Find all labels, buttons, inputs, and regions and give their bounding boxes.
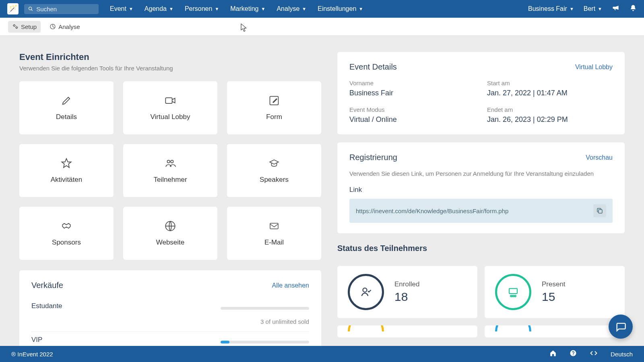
status-present[interactable]: Present 15 xyxy=(485,266,625,318)
value-start: Jan. 27, 2022 | 01:47 AM xyxy=(487,89,613,97)
chevron-down-icon: ▼ xyxy=(359,6,363,11)
chevron-down-icon: ▼ xyxy=(598,6,602,11)
user-menu[interactable]: Bert▼ xyxy=(584,5,602,12)
language-switcher[interactable]: Deutsch xyxy=(611,351,633,358)
subtab-setup[interactable]: Setup xyxy=(8,21,41,33)
nav-agenda[interactable]: Agenda▼ xyxy=(144,5,173,12)
ring-icon xyxy=(348,274,384,310)
sales-card: Verkäufe Alle ansehen Estudante 3 of unl… xyxy=(19,270,321,346)
nav-event[interactable]: Event▼ xyxy=(110,5,133,12)
status-enrolled[interactable]: Enrolled 18 xyxy=(337,266,477,318)
svg-rect-4 xyxy=(165,98,172,103)
company-switcher[interactable]: Business Fair▼ xyxy=(528,5,574,12)
label-modus: Event Modus xyxy=(349,106,475,113)
setup-title: Event Einrichten xyxy=(19,52,321,62)
value-modus: Virtual / Online xyxy=(349,115,475,124)
svg-rect-10 xyxy=(599,210,602,213)
sale-item-name: Estudante xyxy=(31,302,62,310)
setup-subtitle: Verwenden Sie die folgenden Tools für Ih… xyxy=(19,65,321,72)
sale-item-name: VIP xyxy=(31,336,42,344)
svg-point-0 xyxy=(29,7,32,10)
registration-url: https://inevent.com/de/Knowledge/Busines… xyxy=(356,208,508,214)
label-end: Endet am xyxy=(487,106,613,113)
status-label: Enrolled xyxy=(394,280,419,288)
copy-button[interactable] xyxy=(593,204,606,217)
svg-point-6 xyxy=(167,160,170,163)
logo[interactable]: 🪄 xyxy=(7,3,19,14)
chevron-down-icon: ▼ xyxy=(570,6,574,11)
tool-virtual-lobby[interactable]: Virtual Lobby xyxy=(123,81,217,134)
nav-marketing[interactable]: Marketing▼ xyxy=(230,5,265,12)
event-details-title: Event Details xyxy=(349,62,397,72)
tool-attendees[interactable]: Teilnehmer xyxy=(123,144,217,197)
virtual-lobby-link[interactable]: Virtual Lobby xyxy=(575,64,613,71)
status-invited[interactable] xyxy=(485,325,625,337)
sub-tabs: Setup Analyse xyxy=(0,18,644,36)
search-icon xyxy=(28,6,33,12)
chevron-down-icon: ▼ xyxy=(302,6,306,11)
registration-link-field[interactable]: https://inevent.com/de/Knowledge/Busines… xyxy=(349,199,613,223)
value-vorname: Business Fair xyxy=(349,89,475,97)
sales-view-all[interactable]: Alle ansehen xyxy=(272,282,309,289)
registration-card: Registrierung Vorschau Verwenden Sie die… xyxy=(337,142,625,233)
footer: ® InEvent 2022 Deutsch xyxy=(0,346,644,362)
subtab-analyse[interactable]: Analyse xyxy=(45,21,84,33)
camera-icon xyxy=(164,95,176,107)
nav-personen[interactable]: Personen▼ xyxy=(185,5,219,12)
link-label: Link xyxy=(349,186,613,194)
tool-website[interactable]: Webseite xyxy=(123,207,217,260)
label-start: Start am xyxy=(487,80,613,86)
main-nav: Event▼ Agenda▼ Personen▼ Marketing▼ Anal… xyxy=(110,5,363,12)
status-waitlist[interactable] xyxy=(337,325,477,337)
content-area: Event Einrichten Verwenden Sie die folge… xyxy=(0,36,644,346)
chevron-down-icon: ▼ xyxy=(261,6,266,11)
preview-link[interactable]: Vorschau xyxy=(586,154,613,161)
tool-sponsors[interactable]: Sponsors xyxy=(19,207,114,260)
svg-point-14 xyxy=(512,295,514,297)
bell-icon[interactable] xyxy=(630,4,637,14)
value-end: Jan. 26, 2023 | 02:29 PM xyxy=(487,115,613,124)
chevron-down-icon: ▼ xyxy=(215,6,219,11)
chat-fab[interactable] xyxy=(609,315,633,339)
svg-point-15 xyxy=(514,295,516,297)
pencil-icon xyxy=(60,95,72,107)
home-icon[interactable] xyxy=(549,350,557,359)
sale-item-stat: 3 of unlimited sold xyxy=(31,318,309,325)
copy-icon xyxy=(596,207,603,214)
sale-item: VIP 5 of 50 sold xyxy=(31,332,309,346)
progress-bar xyxy=(221,307,309,310)
nav-einstellungen[interactable]: Einstellungen▼ xyxy=(318,5,363,12)
tool-speakers[interactable]: Speakers xyxy=(227,144,321,197)
chat-icon xyxy=(615,321,626,332)
svg-point-1 xyxy=(13,25,15,26)
chevron-down-icon: ▼ xyxy=(169,6,173,11)
ring-icon xyxy=(340,325,391,337)
megaphone-icon[interactable] xyxy=(612,4,620,14)
gears-icon xyxy=(12,23,19,30)
status-value: 18 xyxy=(394,290,419,304)
ring-icon xyxy=(495,274,531,310)
handshake-icon xyxy=(60,220,72,232)
search-wrap[interactable] xyxy=(24,4,99,14)
tools-grid: Details Virtual Lobby Form Aktivitäten T… xyxy=(19,81,321,260)
nav-analyse[interactable]: Analyse▼ xyxy=(277,5,306,12)
help-icon[interactable] xyxy=(570,350,577,359)
tool-email[interactable]: E-Mail xyxy=(227,207,321,260)
svg-point-11 xyxy=(363,288,367,292)
svg-point-13 xyxy=(510,295,512,297)
svg-point-7 xyxy=(171,160,173,163)
status-value: 15 xyxy=(542,290,566,304)
search-input[interactable] xyxy=(36,6,95,12)
code-icon[interactable] xyxy=(590,350,598,359)
mail-icon xyxy=(268,220,280,232)
svg-rect-12 xyxy=(509,288,517,294)
tool-activities[interactable]: Aktivitäten xyxy=(19,144,114,197)
progress-bar xyxy=(221,341,309,343)
chevron-down-icon: ▼ xyxy=(129,6,133,11)
label-vorname: Vorname xyxy=(349,80,475,86)
registration-subtitle: Verwenden Sie diesen Link, um Personen z… xyxy=(349,170,613,177)
tool-details[interactable]: Details xyxy=(19,81,114,134)
tool-form[interactable]: Form xyxy=(227,81,321,134)
people-icon xyxy=(164,157,176,169)
graduation-cap-icon xyxy=(268,157,280,169)
